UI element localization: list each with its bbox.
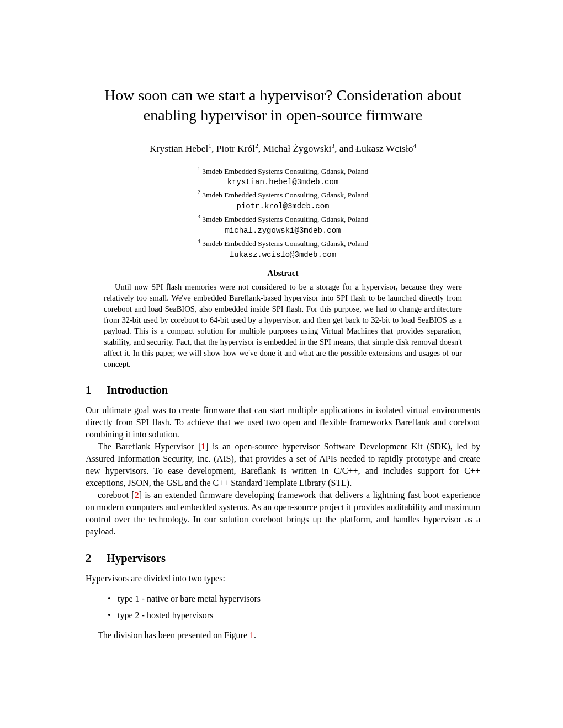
hypervisor-types-list: type 1 - native or bare metal hypervisor…: [108, 591, 480, 624]
author-sep: ,: [211, 143, 216, 154]
section-2-number: 2: [86, 552, 107, 565]
list-item: type 2 - hosted hypervisors: [108, 607, 480, 624]
section-1-heading: 1Introduction: [86, 384, 480, 397]
affil-1-text: 3mdeb Embedded Systems Consulting, Gdans…: [200, 167, 369, 175]
text-run: The division has been presented on Figur…: [98, 630, 249, 640]
section-1-para-2: The Bareflank Hypervisor [1] is an open-…: [86, 441, 480, 489]
affiliations: 1 3mdeb Embedded Systems Consulting, Gda…: [86, 164, 480, 261]
section-1-para-1: Our ultimate goal was to create firmware…: [86, 404, 480, 441]
abstract-heading: Abstract: [86, 269, 480, 278]
text-run: coreboot [: [98, 490, 135, 500]
affil-2-email: piotr.krol@3mdeb.com: [236, 202, 329, 211]
text-run: .: [254, 630, 256, 640]
author-3-name: Michał Żygowski: [263, 143, 331, 154]
text-run: The Bareflank Hypervisor [: [98, 442, 201, 451]
citation-link[interactable]: 2: [135, 490, 139, 500]
section-2-para-2: The division has been presented on Figur…: [86, 629, 480, 641]
author-4-sup: 4: [413, 142, 416, 149]
list-item: type 1 - native or bare metal hypervisor…: [108, 591, 480, 607]
affil-1-email: krystian.hebel@3mdeb.com: [227, 178, 339, 186]
section-1-number: 1: [86, 384, 107, 397]
author-sep: , and: [334, 143, 355, 154]
author-1-name: Krystian Hebel: [150, 143, 208, 154]
section-2-title: Hypervisors: [107, 552, 166, 564]
affil-3-text: 3mdeb Embedded Systems Consulting, Gdans…: [200, 215, 369, 223]
author-4-name: Łukasz Wcisło: [355, 143, 413, 154]
authors-line: Krystian Hebel1, Piotr Król2, Michał Żyg…: [86, 142, 480, 154]
section-1-title: Introduction: [107, 384, 168, 396]
author-2-name: Piotr Król: [216, 143, 256, 154]
affil-3-email: michal.zygowski@3mdeb.com: [225, 226, 341, 235]
text-run: ] is an extended firmware developing fra…: [86, 490, 480, 536]
section-1-para-3: coreboot [2] is an extended firmware dev…: [86, 489, 480, 538]
section-2-para-1: Hypervisors are divided into two types:: [86, 572, 480, 585]
section-2-heading: 2Hypervisors: [86, 552, 480, 565]
abstract-text: Until now SPI flash memories were not co…: [104, 281, 462, 370]
paper-title: How soon can we start a hypervisor? Cons…: [86, 85, 480, 126]
affil-2-text: 3mdeb Embedded Systems Consulting, Gdans…: [200, 191, 369, 199]
affil-4-text: 3mdeb Embedded Systems Consulting, Gdans…: [200, 239, 369, 247]
affil-4-email: lukasz.wcislo@3mdeb.com: [230, 250, 336, 259]
figure-ref-link[interactable]: 1: [249, 630, 254, 640]
